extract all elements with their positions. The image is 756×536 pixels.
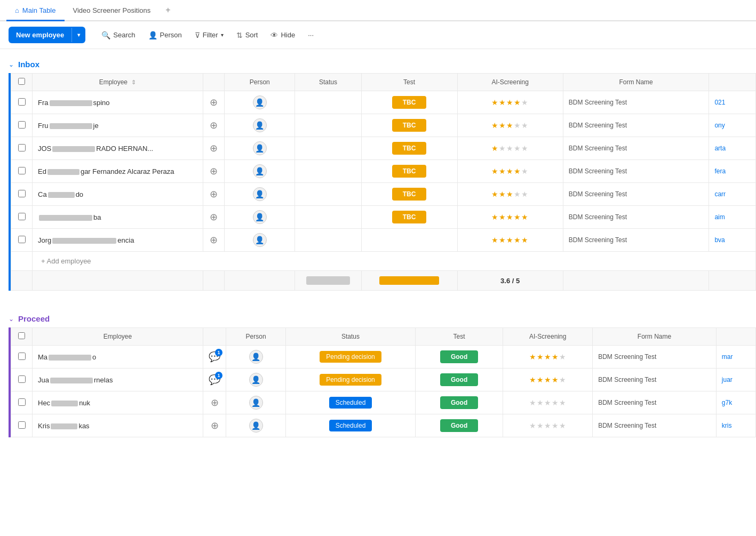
ai-stars: ★★★★★ — [491, 144, 529, 153]
person-button[interactable]: 👤 Person — [143, 27, 187, 43]
link-cell[interactable]: ony — [709, 114, 756, 137]
row-checkbox[interactable] — [18, 236, 26, 243]
table-row: Jorgencia ⊕ 👤 ★★★★★ BDM Screening Test b… — [11, 229, 756, 252]
person-cell: 👤 — [225, 91, 295, 114]
link-cell[interactable]: carr — [709, 183, 756, 206]
form-name-cell: BDM Screening Test — [563, 114, 709, 137]
add-action-icon[interactable]: ⊕ — [209, 119, 219, 131]
action-cell[interactable]: ⊕ — [203, 137, 225, 160]
action-cell[interactable]: ⊕ — [203, 114, 225, 137]
row-checkbox[interactable] — [18, 353, 26, 360]
employee-name-cell: ba — [33, 206, 203, 229]
employee-name-cell: JOSRADO HERNAN... — [33, 137, 203, 160]
toolbar: New employee ▾ 🔍 Search 👤 Person ⊽ Filte… — [0, 21, 756, 49]
ai-stars: ★★★★★ — [491, 121, 529, 130]
status-cell — [295, 183, 361, 206]
ai-stars: ★★★★★ — [491, 190, 529, 198]
link-cell[interactable]: arta — [709, 137, 756, 160]
inbox-header-person: Person — [225, 74, 295, 91]
proceed-chevron[interactable]: ⌄ — [9, 315, 14, 323]
test-badge-good: Good — [440, 396, 478, 409]
link-cell[interactable]: bva — [709, 229, 756, 252]
row-checkbox[interactable] — [18, 213, 26, 220]
row-checkbox[interactable] — [18, 421, 26, 429]
status-cell — [295, 229, 361, 252]
row-checkbox[interactable] — [18, 190, 26, 197]
inbox-table: Employee ⇕ Person Status Test AI-Screeni… — [11, 73, 756, 291]
row-checkbox[interactable] — [18, 398, 26, 406]
more-button[interactable]: ··· — [303, 27, 319, 43]
avatar: 👤 — [249, 419, 263, 433]
inbox-select-all-checkbox[interactable] — [18, 78, 25, 85]
person-cell: 👤 — [226, 391, 286, 414]
hide-button[interactable]: 👁 Hide — [265, 27, 300, 43]
add-action-icon[interactable]: ⊕ — [209, 188, 219, 200]
row-checkbox[interactable] — [18, 121, 26, 129]
add-action-icon[interactable]: ⊕ — [209, 97, 219, 108]
add-employee-row[interactable]: + Add employee — [11, 252, 756, 271]
action-cell[interactable]: ⊕ — [203, 414, 226, 437]
action-cell[interactable]: ⊕ — [203, 91, 225, 114]
row-checkbox[interactable] — [18, 167, 26, 174]
status-cell: Scheduled — [286, 414, 416, 437]
link-cell[interactable]: kris — [716, 414, 755, 437]
test-cell: Good — [415, 414, 503, 437]
notify-icon[interactable]: 💬 1 — [209, 374, 220, 386]
action-cell[interactable]: ⊕ — [203, 229, 225, 252]
add-employee-label[interactable]: + Add employee — [33, 252, 756, 271]
action-cell[interactable]: ⊕ — [203, 183, 225, 206]
action-cell[interactable]: 💬 1 — [203, 369, 226, 391]
summary-gray-bar — [306, 276, 350, 285]
test-badge: TBC — [392, 96, 427, 109]
filter-button[interactable]: ⊽ Filter ▾ — [189, 27, 229, 43]
add-action-icon[interactable]: ⊕ — [209, 397, 220, 409]
employee-name-cell: Juarnelas — [33, 369, 203, 391]
summary-status-cell — [295, 271, 361, 291]
employee-name: Hecnuk — [38, 399, 90, 407]
status-badge: Scheduled — [329, 420, 372, 431]
test-cell: Good — [415, 346, 503, 369]
person-cell: 👤 — [225, 229, 295, 252]
notify-icon[interactable]: 💬 1 — [209, 351, 220, 363]
add-action-icon[interactable]: ⊕ — [209, 211, 219, 223]
tab-add-button[interactable]: + — [159, 0, 177, 20]
proceed-header-status: Status — [286, 328, 416, 346]
inbox-section: ⌄ Inbox Employee ⇕ Person Status Test — [0, 58, 756, 291]
add-action-icon[interactable]: ⊕ — [209, 142, 219, 154]
row-checkbox[interactable] — [18, 144, 26, 151]
employee-name: Cado — [38, 190, 83, 198]
test-cell: TBC — [361, 183, 457, 206]
add-action-icon[interactable]: ⊕ — [209, 420, 220, 431]
ai-stars: ★★★★★ — [491, 213, 529, 221]
proceed-header-action — [203, 328, 226, 346]
tab-video-screener[interactable]: Video Screener Positions — [65, 1, 160, 21]
link-cell[interactable]: mar — [716, 346, 755, 369]
link-cell[interactable]: 021 — [709, 91, 756, 114]
action-cell[interactable]: ⊕ — [203, 206, 225, 229]
new-employee-button[interactable]: New employee ▾ — [9, 27, 85, 43]
add-action-icon[interactable]: ⊕ — [209, 234, 219, 246]
test-badge: TBC — [392, 142, 427, 155]
link-cell[interactable]: aim — [709, 206, 756, 229]
more-icon: ··· — [308, 31, 314, 39]
link-cell[interactable]: g7k — [716, 391, 755, 414]
sort-arrows-icon[interactable]: ⇕ — [131, 79, 136, 85]
row-checkbox[interactable] — [18, 98, 26, 106]
link-cell[interactable]: fera — [709, 160, 756, 183]
action-cell[interactable]: 💬 1 — [203, 346, 226, 369]
row-checkbox[interactable] — [18, 375, 26, 383]
proceed-select-all-checkbox[interactable] — [18, 332, 25, 339]
avatar: 👤 — [253, 141, 267, 155]
action-cell[interactable]: ⊕ — [203, 160, 225, 183]
person-cell: 👤 — [225, 137, 295, 160]
search-button[interactable]: 🔍 Search — [96, 27, 140, 43]
tab-main-table[interactable]: ⌂ Main Table — [6, 1, 65, 21]
add-action-icon[interactable]: ⊕ — [209, 165, 219, 177]
link-cell[interactable]: juar — [716, 369, 755, 391]
inbox-chevron[interactable]: ⌄ — [9, 61, 14, 68]
inbox-table-wrapper: Employee ⇕ Person Status Test AI-Screeni… — [9, 73, 756, 291]
row-checkbox-cell — [11, 91, 33, 114]
action-cell[interactable]: ⊕ — [203, 391, 226, 414]
new-employee-caret[interactable]: ▾ — [71, 28, 85, 42]
sort-button[interactable]: ⇅ Sort — [231, 27, 264, 43]
